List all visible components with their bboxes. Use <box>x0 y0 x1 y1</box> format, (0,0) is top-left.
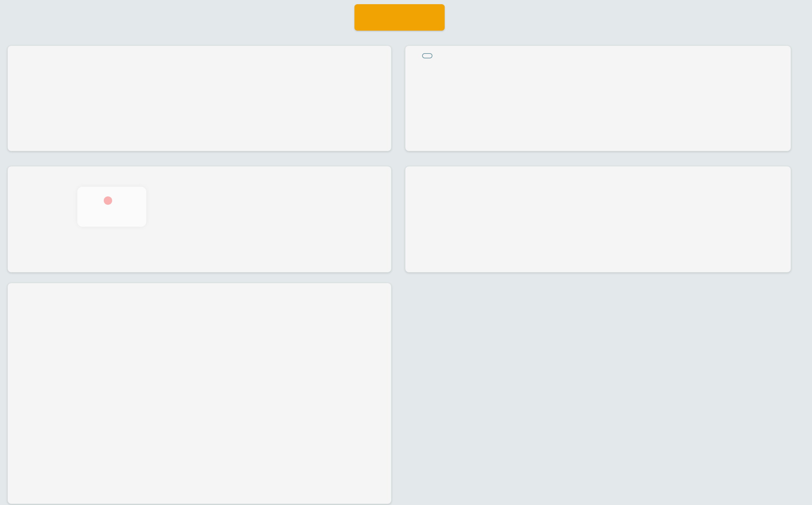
connection-quality-panel <box>7 166 391 273</box>
beta-badge <box>422 53 433 58</box>
sealing-issues-title <box>416 54 791 59</box>
lamp-faults-panel <box>7 45 391 151</box>
hide-trend-charts-button[interactable] <box>354 4 445 31</box>
tooltip-issue-dot-icon <box>104 196 112 205</box>
chart-tooltip <box>77 187 146 227</box>
response-rate-panel <box>7 283 391 504</box>
sealing-issues-panel <box>405 45 791 151</box>
unreachable-remotes-panel <box>405 166 791 273</box>
